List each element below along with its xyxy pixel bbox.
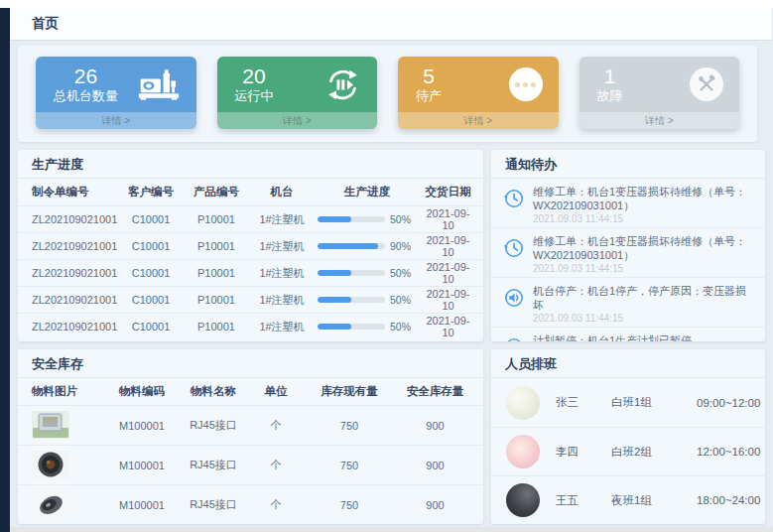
stock-row: M100001RJ45接口个750900 <box>18 445 483 484</box>
progress-percent-label: 90% <box>390 240 411 252</box>
clock-icon <box>503 234 525 274</box>
production-table-header: 制令单编号 客户编号 产品编号 机台 生产进度 交货日期 <box>18 179 483 205</box>
collapsed-sidebar <box>0 8 10 532</box>
stat-card-value: 26 <box>54 65 118 87</box>
avatar-cell <box>506 386 556 420</box>
progress-cell: 90% <box>314 240 421 252</box>
delivery-date-cell: 2021-09-10 <box>421 207 475 231</box>
safety-qty-cell: 900 <box>395 499 475 511</box>
schedule-list: 张三白班1组09:00~12:00李四白班2组12:00~16:00王五夜班1组… <box>491 378 765 524</box>
machine-cell: 1#注塑机 <box>250 320 314 334</box>
window-top-strip <box>0 0 773 8</box>
dot <box>531 82 536 87</box>
safety-qty-cell: 900 <box>395 420 475 432</box>
customer-no-cell: C10001 <box>119 294 183 306</box>
notification-text: 维修工单：机台1变压器损坏待维修（单号：WX202109031001） <box>533 185 755 212</box>
progress-bar-fill <box>318 297 351 303</box>
stat-card-value: 5 <box>416 65 442 87</box>
column-header: 安全库存量 <box>395 384 475 399</box>
main-content: 26总机台数量详情 >20运行中详情 >5待产详情 >1故障详情 > 生产进度 … <box>10 41 773 527</box>
stat-cards-panel: 26总机台数量详情 >20运行中详情 >5待产详情 >1故障详情 > <box>18 46 757 142</box>
progress-cell: 50% <box>314 321 421 332</box>
progress-cell: 50% <box>314 294 421 306</box>
customer-no-cell: C10001 <box>119 213 183 225</box>
tab-home[interactable]: 首页 <box>10 15 59 33</box>
column-header: 交货日期 <box>421 185 475 200</box>
safety-qty-cell: 900 <box>395 460 475 471</box>
progress-percent-label: 50% <box>390 294 411 306</box>
stat-card-1[interactable]: 26总机台数量详情 > <box>36 57 196 129</box>
notification-body: 维修工单：机台1变压器损坏待维修（单号：WX202109031001）2021.… <box>533 185 755 224</box>
order-no-cell: ZL202109021001 <box>32 294 119 306</box>
order-no-cell: ZL202109021001 <box>32 267 119 279</box>
progress-cell: 50% <box>314 267 421 279</box>
progress-bar-fill <box>318 216 351 222</box>
product-no-cell: P10001 <box>183 213 250 225</box>
avatar-zhangsan <box>506 386 540 420</box>
notification-text: 计划暂停：机台1生产计划已暂停 <box>533 333 692 341</box>
progress-percent-label: 50% <box>390 267 411 279</box>
stat-card-body: 26总机台数量 <box>36 57 196 112</box>
notification-item: 计划暂停：机台1生产计划已暂停2021.09.03 11:44:15 <box>491 327 765 341</box>
customer-no-cell: C10001 <box>119 321 183 332</box>
shift-time: 12:00~16:00 <box>697 446 765 458</box>
speaker-front-image <box>32 468 69 480</box>
customer-no-cell: C10001 <box>119 240 183 252</box>
stat-card-text: 20运行中 <box>235 65 274 104</box>
material-code-cell: M100001 <box>105 420 179 432</box>
machine-cell: 1#注塑机 <box>250 212 314 227</box>
column-header: 生产进度 <box>314 185 421 200</box>
shift-time: 09:00~12:00 <box>697 397 765 409</box>
product-no-cell: P10001 <box>183 321 250 332</box>
schedule-row: 张三白班1组09:00~12:00 <box>491 378 765 427</box>
material-name-cell: RJ45接口 <box>179 497 248 512</box>
current-qty-cell: 750 <box>304 420 395 432</box>
notification-timestamp: 2021.09.03 11:44:15 <box>533 263 755 274</box>
production-progress-panel: 生产进度 制令单编号 客户编号 产品编号 机台 生产进度 交货日期 ZL2021… <box>18 150 483 341</box>
notification-timestamp: 2021.09.03 11:44:15 <box>533 313 755 324</box>
tab-bar: 首页 <box>10 8 773 41</box>
machine-cell: 1#注塑机 <box>250 266 314 281</box>
notifications-list: 维修工单：机台1变压器损坏待维修（单号：WX202109031001）2021.… <box>491 179 765 341</box>
safety-stock-panel: 安全库存 物料图片 物料编码 物料名称 单位 库存现有量 安全库存量 M1000… <box>18 349 483 524</box>
notification-text: 机台停产：机台1停产，停产原因：变压器损坏 <box>533 284 755 312</box>
waiting-dots-icon <box>509 67 543 101</box>
production-row: ZL202109021001C10001P100011#注塑机50%2021-0… <box>18 286 483 313</box>
stat-card-text: 1故障 <box>597 65 623 104</box>
progress-percent-label: 50% <box>390 321 411 332</box>
delivery-date-cell: 2021-09-10 <box>421 288 475 312</box>
production-table-body: ZL202109021001C10001P100011#注塑机50%2021-0… <box>18 205 483 339</box>
material-image-cell <box>32 490 105 520</box>
card-detail-link[interactable]: 详情 > <box>217 112 378 129</box>
avatar-cell <box>506 435 556 468</box>
notification-timestamp: 2021.09.03 11:44:15 <box>533 213 755 224</box>
card-detail-link[interactable]: 详情 > <box>36 112 196 129</box>
person-name: 王五 <box>556 493 611 508</box>
progress-bar-fill <box>318 243 378 249</box>
progress-bar-fill <box>318 324 351 330</box>
stock-table-body: M100001RJ45接口个750900M100001RJ45接口个750900… <box>18 405 483 524</box>
column-header: 单位 <box>248 384 304 399</box>
column-header: 物料编码 <box>105 384 179 399</box>
card-detail-link[interactable]: 详情 > <box>398 112 559 129</box>
stat-card-value: 1 <box>597 65 623 87</box>
material-image-cell <box>32 411 105 441</box>
stat-card-text: 5待产 <box>416 65 442 104</box>
stat-card-3[interactable]: 5待产详情 > <box>398 57 559 129</box>
stat-card-label: 总机台数量 <box>54 87 118 104</box>
column-header: 库存现有量 <box>304 384 395 399</box>
avatar-wangwu <box>506 483 540 517</box>
stock-table-header: 物料图片 物料编码 物料名称 单位 库存现有量 安全库存量 <box>18 378 483 405</box>
current-qty-cell: 750 <box>304 460 395 471</box>
notification-body: 维修工单：机台1变压器损坏待维修（单号：WX202109031001）2021.… <box>533 234 755 274</box>
machine-cell: 1#注塑机 <box>250 293 314 308</box>
card-detail-link[interactable]: 详情 > <box>580 112 740 129</box>
product-no-cell: P10001 <box>183 267 250 279</box>
stat-card-2[interactable]: 20运行中详情 > <box>217 57 378 129</box>
fault-tools-icon <box>690 67 723 101</box>
stock-panel-title: 安全库存 <box>18 349 483 378</box>
stat-card-4[interactable]: 1故障详情 > <box>580 57 740 129</box>
waiting-dots-icon <box>509 67 543 101</box>
shift-group: 白班2组 <box>611 445 697 460</box>
notification-text: 维修工单：机台1变压器损坏待维修（单号：WX202109031001） <box>533 234 755 262</box>
